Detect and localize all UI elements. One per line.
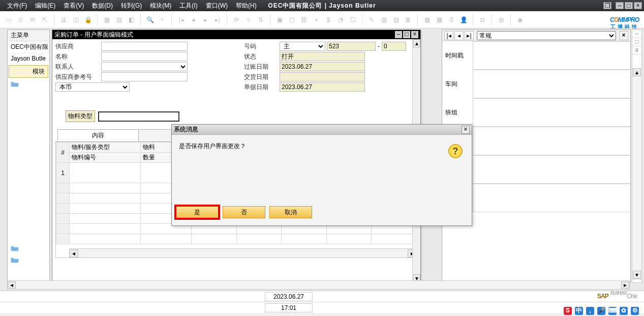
- folder-icon[interactable]: [8, 255, 49, 267]
- supplier-ref-input[interactable]: [101, 72, 188, 81]
- delivery-date-value[interactable]: [280, 72, 365, 81]
- po-titlebar[interactable]: 采购订单 - 用户界面编辑模式 – □ ×: [52, 30, 420, 39]
- tbtn-print-icon[interactable]: ⎙: [15, 15, 25, 25]
- tree-modules-tab[interactable]: 模块: [9, 65, 48, 78]
- folder-icon[interactable]: [8, 79, 49, 91]
- extra1-input[interactable]: [473, 127, 630, 155]
- tbtn-sort-icon[interactable]: ⇅: [256, 15, 266, 25]
- tbtn-formset-icon[interactable]: ▥: [379, 15, 389, 25]
- scroll-right-icon[interactable]: ▸: [621, 281, 629, 289]
- tbtn-tree-icon[interactable]: ♁: [446, 15, 456, 25]
- col-group-itemtype[interactable]: 物料/服务类型: [70, 142, 141, 153]
- udf-next-icon[interactable]: ▸|: [465, 31, 474, 40]
- ime-skin-icon[interactable]: ✿: [620, 307, 628, 315]
- workspace-vscroll[interactable]: ▴▾: [632, 68, 642, 279]
- udf-view-select[interactable]: 常规: [477, 31, 616, 40]
- tbtn-find-icon[interactable]: 🔍: [145, 15, 155, 25]
- yes-button[interactable]: 是: [176, 206, 219, 218]
- ime-sogou-icon[interactable]: S: [564, 307, 572, 315]
- udf-prev-icon[interactable]: ◂: [454, 31, 464, 40]
- dialog-titlebar[interactable]: 系统消息 ×: [172, 125, 472, 135]
- tbtn-first-icon[interactable]: |◂: [176, 15, 186, 25]
- menu-data[interactable]: 数据(D): [88, 2, 117, 10]
- menu-module[interactable]: 模块(M): [146, 2, 175, 10]
- tbtn-lock-icon[interactable]: 🔒: [83, 15, 93, 25]
- tab-content[interactable]: 内容: [57, 129, 139, 141]
- po-max-icon[interactable]: □: [403, 31, 410, 38]
- tbtn-copyfrom-icon[interactable]: ▢: [287, 15, 297, 25]
- currency-select[interactable]: 本币: [55, 82, 130, 92]
- tbtn-payment-icon[interactable]: $: [323, 15, 333, 25]
- tbtn-last-icon[interactable]: ▸|: [212, 15, 223, 25]
- tbtn-excel-icon[interactable]: ▦: [102, 15, 112, 25]
- tbtn-preview-icon[interactable]: ◫: [71, 15, 81, 25]
- cascade-windows-icon[interactable]: ❐: [603, 2, 611, 9]
- grid-hscroll[interactable]: ◂▸: [69, 248, 417, 257]
- scroll-left-icon[interactable]: ◂: [8, 281, 16, 289]
- tbtn-help-icon[interactable]: ◉: [515, 15, 525, 25]
- workspace-hscroll[interactable]: ◂▸: [7, 280, 630, 290]
- menu-goto[interactable]: 转到(G): [117, 2, 146, 10]
- tbtn-udf-icon[interactable]: ▧: [391, 15, 401, 25]
- minimize-icon[interactable]: –: [616, 2, 624, 9]
- tbtn-trash-icon[interactable]: 🗑: [403, 15, 413, 25]
- supplier-input[interactable]: [101, 42, 188, 51]
- tbtn-box-icon[interactable]: ☐: [348, 15, 358, 25]
- no-button[interactable]: 否: [223, 206, 265, 218]
- col-rownum[interactable]: #: [56, 142, 70, 163]
- tree-company-row[interactable]: OEC中国有限: [8, 41, 49, 53]
- scroll-up-icon[interactable]: ▴: [413, 39, 420, 47]
- name-input[interactable]: [101, 52, 188, 61]
- ime-keyboard-icon[interactable]: ⌨: [608, 307, 617, 315]
- rownum-cell[interactable]: 1: [56, 163, 70, 183]
- menu-view[interactable]: 查看(V): [59, 2, 88, 10]
- scroll-left-icon[interactable]: ◂: [69, 249, 78, 257]
- ime-punct-icon[interactable]: ，: [586, 307, 594, 315]
- tbtn-filter-icon[interactable]: ▿: [243, 15, 254, 25]
- menu-help[interactable]: 帮助(H): [232, 2, 261, 10]
- menu-file[interactable]: 文件(F): [3, 2, 31, 10]
- timestamp-input[interactable]: [473, 41, 630, 70]
- tbtn-add-icon[interactable]: ＋: [157, 15, 167, 25]
- tbtn-pdf-icon[interactable]: ◧: [126, 15, 136, 25]
- tbtn-new-icon[interactable]: ▭: [3, 15, 13, 25]
- tbtn-cockpit-icon[interactable]: ◘: [477, 15, 487, 25]
- po-close-icon[interactable]: ×: [411, 31, 418, 38]
- tbtn-print2-icon[interactable]: 🖨: [58, 15, 69, 25]
- udf-close-icon[interactable]: ×: [619, 31, 628, 40]
- tbtn-mail-icon[interactable]: ✉: [27, 15, 38, 25]
- scroll-down-icon[interactable]: ▾: [633, 271, 641, 279]
- dialog-close-icon[interactable]: ×: [462, 126, 470, 134]
- folder-icon[interactable]: [8, 243, 49, 255]
- tbtn-refresh-icon[interactable]: ⟳: [231, 15, 241, 25]
- tbtn-edit-icon[interactable]: ✎: [366, 15, 377, 25]
- maximize-icon[interactable]: □: [625, 2, 633, 9]
- close-icon[interactable]: ×: [634, 2, 642, 9]
- ime-settings-icon[interactable]: ⚙: [631, 307, 639, 315]
- workshop-input[interactable]: [473, 70, 630, 98]
- tbtn-prev-icon[interactable]: ◂: [188, 15, 198, 25]
- extra3-input[interactable]: [473, 184, 630, 212]
- cancel-button[interactable]: 取消: [269, 206, 312, 218]
- dock-close-icon[interactable]: x: [632, 46, 641, 54]
- ime-mic-icon[interactable]: 🎤: [597, 307, 605, 315]
- tbtn-pie-icon[interactable]: ◔: [335, 15, 346, 25]
- tbtn-export-icon[interactable]: ⇱: [40, 15, 50, 25]
- tree-user-row[interactable]: Jayson Butle: [8, 53, 49, 64]
- tbtn-word-icon[interactable]: ▤: [114, 15, 124, 25]
- material-type-input[interactable]: [98, 111, 179, 122]
- dock-sq-icon[interactable]: □: [632, 38, 641, 46]
- extra2-input[interactable]: [473, 155, 630, 184]
- menu-tools[interactable]: 工具(I): [175, 2, 201, 10]
- tbtn-copyto-icon[interactable]: ▣: [274, 15, 285, 25]
- col-code[interactable]: 物料编号: [70, 153, 141, 163]
- tbtn-layout-icon[interactable]: ▦: [422, 15, 432, 25]
- scroll-up-icon[interactable]: ▴: [633, 68, 641, 76]
- menu-window[interactable]: 窗口(W): [202, 2, 232, 10]
- tbtn-globe-icon[interactable]: ◍: [496, 15, 506, 25]
- shift-input[interactable]: [473, 98, 630, 127]
- table-row[interactable]: [56, 234, 417, 244]
- po-min-icon[interactable]: –: [395, 31, 402, 38]
- dock-min-icon[interactable]: –: [632, 30, 641, 38]
- tbtn-baselink-icon[interactable]: ⛓: [299, 15, 309, 25]
